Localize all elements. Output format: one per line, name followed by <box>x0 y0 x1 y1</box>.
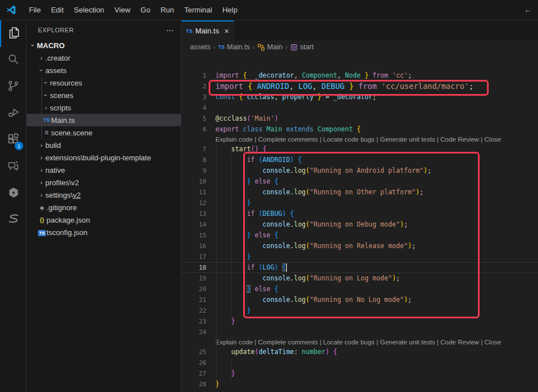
tree-item-tsconfig-json[interactable]: TStsconfig.json <box>27 226 181 238</box>
tab-main-ts[interactable]: TS Main.ts × <box>181 20 234 40</box>
code-text: @ccclass('Main') <box>215 113 278 124</box>
activity-search[interactable] <box>0 47 27 74</box>
code-line-17[interactable]: 17 } <box>181 252 538 262</box>
activity-run-debug[interactable] <box>0 100 27 127</box>
code-line-22[interactable]: 22 } <box>181 305 538 316</box>
activity-explorer[interactable] <box>0 20 27 47</box>
tree-item-package-json[interactable]: {}package.json <box>27 214 181 226</box>
code-text: if (DEBUG) { <box>215 208 294 219</box>
code-text: } else { <box>215 176 278 187</box>
tree-item-main-ts[interactable]: TSMain.ts <box>27 114 181 126</box>
close-icon[interactable]: × <box>224 27 229 36</box>
line-number: 20 <box>181 286 206 293</box>
tree-item-macro[interactable]: ›MACRO <box>27 39 181 52</box>
breadcrumb-main-class[interactable]: Main <box>257 43 282 51</box>
line-number: 6 <box>181 126 206 133</box>
tree-item-gitignore[interactable]: ◆.gitignore <box>27 201 181 214</box>
tree-item-resources[interactable]: ›resources <box>27 76 181 89</box>
code-text: } <box>215 379 219 390</box>
editor-group: TS Main.ts × assets › TS Main.ts › Main … <box>181 20 538 392</box>
code-line-1[interactable]: 1import { _decorator, Component, Node } … <box>181 70 538 81</box>
code-line-8[interactable]: 8 if (ANDROID) { <box>181 155 538 165</box>
activity-extensions[interactable]: 1 <box>0 127 27 154</box>
tree-item-scripts[interactable]: ›scripts <box>27 101 181 114</box>
chevron-right-icon: › <box>37 191 45 198</box>
code-line-16[interactable]: 16 console.log("Running on Release mode"… <box>181 241 538 252</box>
tree-item-scene-scene[interactable]: ≡scene.scene <box>27 126 181 139</box>
line-number: 4 <box>181 104 206 112</box>
code-line-9[interactable]: 9 console.log("Running on Android platfo… <box>181 165 538 176</box>
code-line-2[interactable]: 2import { ANDROID, LOG, DEBUG } from 'cc… <box>181 81 538 92</box>
code-line-15[interactable]: 15 } else { <box>181 230 538 241</box>
code-line-14[interactable]: 14 console.log("Running on Debug mode"); <box>181 219 538 230</box>
git-file-icon: ◆ <box>37 204 46 211</box>
code-line-26[interactable]: 26 <box>181 357 538 368</box>
code-line-6[interactable]: 6export class Main extends Component { <box>181 124 538 135</box>
tree-item-label: package.json <box>46 216 90 224</box>
codelens-actions[interactable]: Explain code | Complete comments | Locat… <box>215 136 501 143</box>
tree-item-build[interactable]: ›build <box>27 139 181 151</box>
chevron-right-icon: › <box>37 142 45 148</box>
tree-item-label: tsconfig.json <box>46 228 87 237</box>
line-number: 25 <box>181 348 206 356</box>
code-line-3[interactable]: 3const { ccclass, property } = _decorato… <box>181 92 538 103</box>
breadcrumb: assets › TS Main.ts › Main › start <box>181 40 538 54</box>
tree-item-extensions-build-plugin-template[interactable]: ›extensions\build-plugin-template <box>27 151 181 164</box>
code-line-10[interactable]: 10 } else { <box>181 176 538 187</box>
tree-item-assets[interactable]: ›assets <box>27 64 181 76</box>
menu-view[interactable]: View <box>109 3 135 16</box>
code-line-25[interactable]: 25 update(deltaTime: number) { <box>181 347 538 357</box>
more-actions-icon[interactable]: ⋯ <box>166 25 174 35</box>
line-number: 22 <box>181 307 206 314</box>
codelens-row: Explain code | Complete comments | Locat… <box>181 338 538 347</box>
breadcrumb-main-ts[interactable]: TS Main.ts <box>218 43 250 51</box>
tree-item-label: extensions\build-plugin-template <box>45 154 151 162</box>
code-line-4[interactable]: 4 <box>181 103 538 113</box>
code-line-23[interactable]: 23 } <box>181 316 538 327</box>
text-cursor <box>286 263 287 272</box>
activity-hexagon-extension[interactable] <box>0 180 27 207</box>
code-line-21[interactable]: 21 console.log("Running on No Log mode")… <box>181 295 538 305</box>
code-line-18[interactable]: 18 if (LOG) { <box>181 262 538 273</box>
tree-item-creator[interactable]: ›.creator <box>27 52 181 64</box>
code-line-28[interactable]: 28} <box>181 379 538 390</box>
tree-item-scenes[interactable]: ›scenes <box>27 89 181 101</box>
code-line-19[interactable]: 19 console.log("Running on Log mode"); <box>181 273 538 284</box>
code-text: } <box>215 252 251 262</box>
breadcrumb-assets[interactable]: assets <box>190 43 210 51</box>
code-line-7[interactable]: 7 start() { <box>181 144 538 155</box>
code-text: if (ANDROID) { <box>215 155 302 165</box>
tree-item-settings[interactable]: ›settings\v2 <box>27 189 181 201</box>
tree-item-profiles-v2[interactable]: ›profiles\v2 <box>27 176 181 189</box>
vscode-window: File Edit Selection View Go Run Terminal… <box>0 0 538 392</box>
code-line-20[interactable]: 20 } else { <box>181 284 538 295</box>
symbol-class-icon <box>257 44 265 51</box>
code-line-11[interactable]: 11 console.log("Running on Other platfor… <box>181 187 538 198</box>
activity-source-control[interactable] <box>0 74 27 100</box>
code-line-27[interactable]: 27 } <box>181 368 538 379</box>
tree-item-label: .gitignore <box>46 203 77 212</box>
breadcrumb-start-method[interactable]: start <box>290 43 314 51</box>
tree-item-native[interactable]: ›native <box>27 164 181 176</box>
tree-item-label: Main.ts <box>51 116 75 125</box>
activity-chat[interactable] <box>0 154 27 180</box>
navigate-back-icon[interactable]: ← <box>524 5 532 14</box>
menu-run[interactable]: Run <box>155 3 179 16</box>
menu-selection[interactable]: Selection <box>69 3 109 16</box>
tree-item-label: native <box>45 166 65 174</box>
code-line-5[interactable]: 5@ccclass('Main') <box>181 113 538 124</box>
menu-go[interactable]: Go <box>135 3 155 16</box>
ts-badge-file-icon: TS <box>37 229 46 236</box>
tree-item-label: MACRO <box>37 41 65 50</box>
menu-file[interactable]: File <box>24 3 46 16</box>
activity-s-extension[interactable] <box>0 207 27 233</box>
menu-edit[interactable]: Edit <box>46 3 69 16</box>
menu-terminal[interactable]: Terminal <box>179 3 217 16</box>
code-line-13[interactable]: 13 if (DEBUG) { <box>181 208 538 219</box>
line-number: 14 <box>181 221 206 228</box>
code-line-12[interactable]: 12 } <box>181 198 538 208</box>
code-line-24[interactable]: 24 <box>181 327 538 338</box>
codelens-actions[interactable]: Explain code | Complete comments | Locat… <box>215 339 501 346</box>
menu-help[interactable]: Help <box>217 3 243 16</box>
extensions-badge: 1 <box>15 142 23 150</box>
